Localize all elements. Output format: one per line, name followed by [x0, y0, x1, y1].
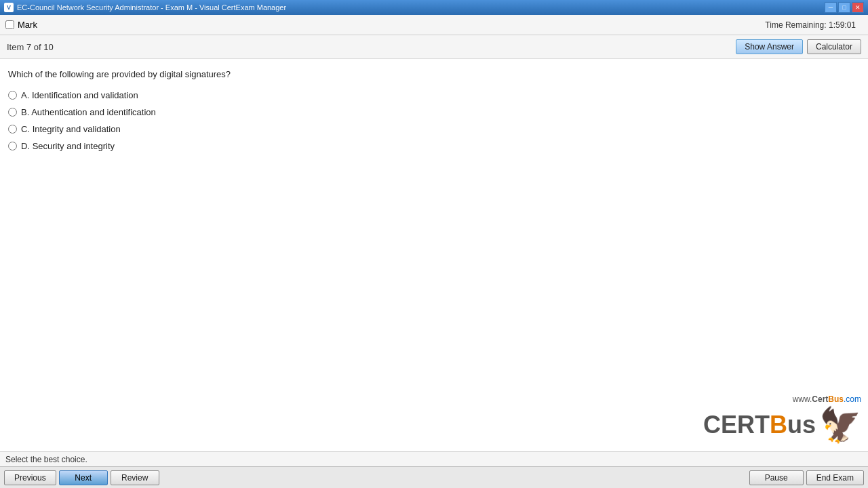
item-counter: Item 7 of 10 — [7, 42, 54, 52]
toolbar: Mark Time Remaining: 1:59:01 — [0, 15, 868, 35]
option-c-letter: C. — [21, 124, 33, 134]
time-remaining-value: 1:59:01 — [829, 20, 856, 30]
time-remaining-display: Time Remaining: 1:59:01 — [765, 20, 856, 30]
certbus-watermark: www.CertBus.com CERTBus 🦅 — [703, 394, 861, 445]
header-buttons: Show Answer Calculator — [736, 39, 861, 54]
radio-option-d[interactable] — [8, 142, 17, 150]
navbar: Previous Next Review Pause End Exam — [0, 466, 868, 488]
option-b-text: Authentication and identification — [31, 107, 156, 117]
option-d[interactable]: D. Security and integrity — [8, 141, 860, 151]
option-a[interactable]: A. Identification and validation — [8, 90, 860, 100]
statusbar: Select the best choice. — [0, 451, 868, 466]
option-d-label[interactable]: D. Security and integrity — [21, 141, 115, 151]
next-button[interactable]: Next — [59, 470, 108, 485]
navbar-right: Pause End Exam — [749, 470, 864, 485]
titlebar: V EC-Council Network Security Administra… — [0, 0, 868, 15]
certbus-logo: CERTBus 🦅 — [703, 405, 861, 445]
main-content: Item 7 of 10 Show Answer Calculator Whic… — [0, 35, 868, 451]
end-exam-button[interactable]: End Exam — [806, 470, 864, 485]
app-icon: V — [4, 3, 14, 12]
calculator-button[interactable]: Calculator — [807, 39, 861, 54]
question-text: Which of the following are provided by d… — [8, 69, 860, 79]
mark-checkbox-label[interactable]: Mark — [5, 20, 37, 30]
option-c-label[interactable]: C. Integrity and validation — [21, 124, 121, 134]
option-d-letter: D. — [21, 141, 33, 151]
certbus-bird-icon: 🦅 — [819, 405, 861, 445]
mark-label: Mark — [18, 20, 37, 30]
option-a-label[interactable]: A. Identification and validation — [21, 90, 138, 100]
radio-option-a[interactable] — [8, 91, 17, 100]
option-a-text: Identification and validation — [32, 90, 138, 100]
review-button[interactable]: Review — [111, 470, 159, 485]
option-b[interactable]: B. Authentication and identification — [8, 107, 860, 117]
certbus-url: www.CertBus.com — [703, 394, 861, 404]
question-header: Item 7 of 10 Show Answer Calculator — [0, 35, 868, 59]
status-text: Select the best choice. — [5, 455, 87, 464]
toolbar-right: Time Remaining: 1:59:01 — [765, 20, 863, 30]
minimize-button[interactable]: ─ — [825, 2, 837, 13]
option-c-text: Integrity and validation — [33, 124, 121, 134]
radio-option-c[interactable] — [8, 125, 17, 134]
window-controls[interactable]: ─ □ ✕ — [825, 2, 864, 13]
previous-button[interactable]: Previous — [4, 470, 56, 485]
option-a-letter: A. — [21, 90, 32, 100]
window-title: EC-Council Network Security Administrato… — [17, 3, 825, 12]
close-button[interactable]: ✕ — [852, 2, 864, 13]
mark-checkbox-input[interactable] — [5, 20, 14, 29]
option-d-text: Security and integrity — [33, 141, 115, 151]
option-c[interactable]: C. Integrity and validation — [8, 124, 860, 134]
option-b-letter: B. — [21, 107, 31, 117]
restore-button[interactable]: □ — [838, 2, 850, 13]
pause-button[interactable]: Pause — [749, 470, 804, 485]
time-remaining-label: Time Remaining: — [765, 20, 826, 30]
radio-option-b[interactable] — [8, 108, 17, 117]
show-answer-button[interactable]: Show Answer — [736, 39, 803, 54]
question-content: Which of the following are provided by d… — [0, 59, 868, 451]
option-b-label[interactable]: B. Authentication and identification — [21, 107, 156, 117]
